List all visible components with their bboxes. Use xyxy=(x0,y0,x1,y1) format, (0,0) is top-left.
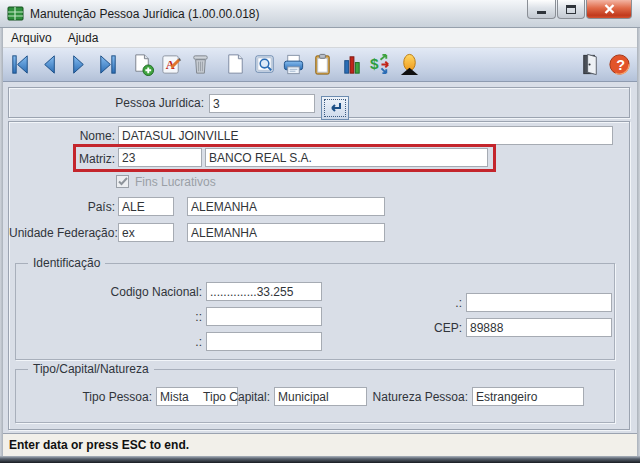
user-button[interactable] xyxy=(395,50,424,79)
campo2-label: :: xyxy=(16,310,202,324)
menu-ajuda[interactable]: Ajuda xyxy=(60,29,107,47)
tipo-pessoa-label: Tipo Pessoa: xyxy=(16,390,152,404)
svg-text:?: ? xyxy=(616,57,625,73)
window-title: Manutenção Pessoa Jurídica (1.00.00.018) xyxy=(30,7,259,21)
maximize-icon xyxy=(566,5,576,14)
check-icon xyxy=(118,177,128,186)
last-record-button[interactable] xyxy=(93,50,122,79)
campo2-input[interactable] xyxy=(206,307,322,326)
natureza-pessoa-input[interactable] xyxy=(472,387,584,406)
minimize-icon xyxy=(537,11,546,14)
close-icon xyxy=(604,4,615,14)
delete-record-button[interactable] xyxy=(186,50,215,79)
chart-button[interactable] xyxy=(337,50,366,79)
unidade-federacao-code-input[interactable] xyxy=(118,223,174,242)
focus-ring xyxy=(324,99,346,117)
tipo-capital-label: Tipo Capital: xyxy=(196,390,270,404)
campo3-input[interactable] xyxy=(206,332,322,351)
tipo-capital-natureza-legend: Tipo/Capital/Natureza xyxy=(28,362,154,376)
next-record-icon xyxy=(66,52,91,77)
cep-label: CEP: xyxy=(316,321,462,335)
pessoa-juridica-input[interactable] xyxy=(209,94,315,113)
search-record-button[interactable] xyxy=(250,50,279,79)
previous-record-button[interactable] xyxy=(35,50,64,79)
user-icon xyxy=(397,52,422,77)
key-frame: Pessoa Jurídica: xyxy=(8,87,630,118)
unidade-federacao-label: Unidade Federação: xyxy=(9,226,115,240)
matriz-label: Matriz: xyxy=(9,152,115,166)
fins-lucrativos-label: Fins Lucrativos xyxy=(135,175,216,189)
matriz-code-input[interactable] xyxy=(118,148,202,167)
confirm-enter-button[interactable] xyxy=(321,96,349,120)
clipboard-button[interactable] xyxy=(308,50,337,79)
currency-exchange-icon: $ xyxy=(368,52,393,77)
unidade-federacao-name-input[interactable] xyxy=(187,223,385,242)
print-icon xyxy=(281,52,306,77)
cep-input[interactable] xyxy=(466,318,612,337)
status-message: Enter data or press ESC to end. xyxy=(3,438,189,452)
toolbar-right-group: ? xyxy=(576,50,634,79)
form-client-area: Pessoa Jurídica: Nome: Matriz: Fi xyxy=(3,82,637,433)
clipboard-icon xyxy=(310,52,335,77)
nome-label: Nome: xyxy=(9,129,115,143)
pais-code-input[interactable] xyxy=(118,197,174,216)
tipo-capital-input[interactable] xyxy=(274,387,367,406)
close-button[interactable] xyxy=(586,0,632,19)
codigo-nacional-label: Codigo Nacional: xyxy=(16,285,202,299)
new-record-icon xyxy=(130,52,155,77)
pais-label: País: xyxy=(9,200,115,214)
previous-record-icon xyxy=(37,52,62,77)
help-button[interactable]: ? xyxy=(605,50,634,79)
identificacao-legend: Identificação xyxy=(28,256,105,270)
natureza-pessoa-label: Natureza Pessoa: xyxy=(366,390,468,404)
minimize-button[interactable] xyxy=(527,0,556,19)
codigo-nacional-input[interactable] xyxy=(206,282,322,301)
campo3-label: .: xyxy=(16,335,202,349)
maximize-button[interactable] xyxy=(557,0,585,19)
bar-chart-icon xyxy=(339,52,364,77)
identificacao-groupbox: Identificação Codigo Nacional: :: .: .: … xyxy=(15,263,615,360)
pessoa-juridica-label: Pessoa Jurídica: xyxy=(9,96,204,110)
main-frame: Nome: Matriz: Fins Lucrativos País: Unid… xyxy=(8,121,630,430)
nome-input[interactable] xyxy=(118,126,613,145)
delete-record-icon xyxy=(188,52,213,77)
search-record-icon xyxy=(252,52,277,77)
campo4-label: .: xyxy=(316,296,462,310)
tipo-capital-natureza-groupbox: Tipo/Capital/Natureza Tipo Pessoa: Tipo … xyxy=(15,369,615,423)
copy-record-button[interactable] xyxy=(221,50,250,79)
exit-door-icon xyxy=(578,52,603,77)
pais-name-input[interactable] xyxy=(187,197,385,216)
fins-lucrativos-checkbox[interactable] xyxy=(116,175,129,188)
app-window: Manutenção Pessoa Jurídica (1.00.00.018)… xyxy=(0,0,640,463)
toolbar: A xyxy=(3,48,637,82)
exchange-button[interactable]: $ xyxy=(366,50,395,79)
first-record-button[interactable] xyxy=(6,50,35,79)
campo4-input[interactable] xyxy=(466,293,612,312)
title-bar[interactable]: Manutenção Pessoa Jurídica (1.00.00.018) xyxy=(0,0,640,28)
help-icon: ? xyxy=(607,52,632,77)
print-button[interactable] xyxy=(279,50,308,79)
status-bar: Enter data or press ESC to end. xyxy=(3,433,637,456)
svg-text:$: $ xyxy=(370,55,379,72)
matriz-name-input[interactable] xyxy=(205,148,488,167)
window-bottom-border xyxy=(0,456,640,463)
next-record-button[interactable] xyxy=(64,50,93,79)
last-record-icon xyxy=(95,52,120,77)
copy-record-icon xyxy=(223,52,248,77)
edit-record-icon: A xyxy=(159,52,184,77)
new-record-button[interactable] xyxy=(128,50,157,79)
exit-button[interactable] xyxy=(576,50,605,79)
app-icon xyxy=(7,5,24,22)
first-record-icon xyxy=(8,52,33,77)
window-controls xyxy=(526,0,632,19)
menu-bar: Arquivo Ajuda xyxy=(3,28,637,48)
menu-arquivo[interactable]: Arquivo xyxy=(3,29,60,47)
edit-record-button[interactable]: A xyxy=(157,50,186,79)
